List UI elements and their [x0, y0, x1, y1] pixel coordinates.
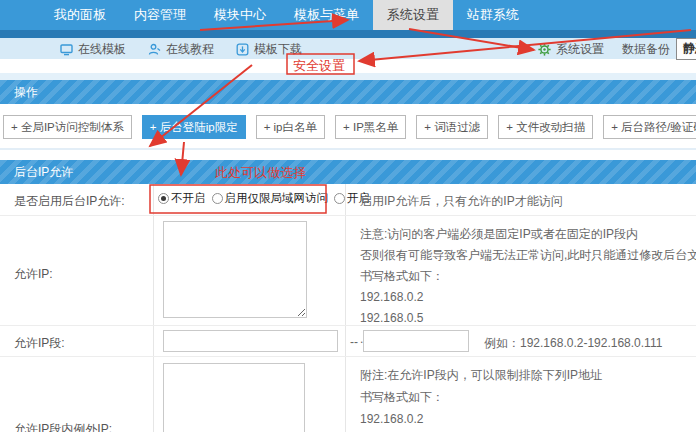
- toolbar-item-data-backup[interactable]: 数据备份: [622, 41, 670, 58]
- btn-ip-whitelist[interactable]: + ip白名单: [256, 115, 325, 139]
- row-exception-ip: 允许IP段内例外IP: 附注:在允许IP段内，可以限制排除下列IP地址 书写格式…: [0, 357, 696, 432]
- ip-range-example: 例如：192.168.0.2-192.168.0.111: [484, 335, 662, 352]
- btn-ip-blacklist[interactable]: + IP黑名单: [335, 115, 406, 139]
- row-enable-ip-allow: 是否启用后台IP允许: 不开启 启用仅限局域网访问 开启 启用IP允许后，只有允…: [0, 184, 696, 216]
- btn-file-change-scan[interactable]: + 文件改动扫描: [498, 115, 593, 139]
- download-icon: [236, 43, 249, 56]
- btn-backend-login-ip-limit[interactable]: + 后台登陆ip限定: [142, 115, 246, 139]
- panel-divider: [0, 148, 696, 150]
- radio-dot-on[interactable]: [334, 193, 345, 204]
- radio-option-lan-only[interactable]: 启用仅限局域网访问: [212, 191, 329, 206]
- toolbar-item-online-template[interactable]: 在线模板: [60, 41, 126, 58]
- tutorial-icon: [148, 43, 161, 56]
- gear-icon: [538, 43, 551, 56]
- row-label: 允许IP段内例外IP:: [14, 421, 112, 432]
- top-nav: 我的面板 内容管理 模块中心 模板与菜单 系统设置 站群系统: [0, 0, 696, 30]
- nav-bottom-strip: [0, 30, 696, 38]
- static-button[interactable]: 静态: [676, 38, 696, 60]
- toolbar-item-system-settings[interactable]: 系统设置: [538, 41, 604, 58]
- action-button-row: + 全局IP访问控制体系 + 后台登陆ip限定 + ip白名单 + IP黑名单 …: [0, 115, 696, 141]
- monitor-icon: [60, 43, 73, 56]
- toolbar-item-template-download[interactable]: 模板下载: [236, 41, 302, 58]
- row-label: 允许IP段:: [14, 335, 65, 352]
- exception-ip-textarea[interactable]: [163, 363, 305, 432]
- admin-page: 我的面板 内容管理 模块中心 模板与菜单 系统设置 站群系统 在线模板 在线教程…: [0, 0, 696, 432]
- nav-item-templates[interactable]: 模板与菜单: [280, 0, 373, 30]
- row-label: 是否启用后台IP允许:: [14, 193, 125, 210]
- range-separator: --: [350, 335, 358, 349]
- ip-section-header: 后台IP允许: [0, 160, 696, 184]
- radio-dot-lan-only[interactable]: [212, 193, 223, 204]
- exception-ip-help: 附注:在允许IP段内，可以限制排除下列IP地址 书写格式如下： 192.168.…: [360, 364, 602, 432]
- radio-option-off[interactable]: 不开启: [158, 191, 206, 206]
- toolbar-left-group: 在线模板 在线教程 模板下载: [60, 41, 302, 58]
- nav-item-content[interactable]: 内容管理: [120, 0, 200, 30]
- btn-word-filter[interactable]: + 词语过滤: [416, 115, 488, 139]
- allow-ip-textarea[interactable]: [163, 221, 307, 318]
- enable-radio-group: 不开启 启用仅限局域网访问 开启: [158, 191, 370, 206]
- ip-range-start-input[interactable]: [163, 330, 338, 352]
- radio-dot-off[interactable]: [158, 193, 169, 204]
- btn-backend-path-captcha[interactable]: + 后台路径/验证码/安全码: [603, 115, 696, 139]
- row-label: 允许IP:: [14, 266, 53, 283]
- row-ip-range: 允许IP段: -- 例如：192.168.0.2-192.168.0.111: [0, 326, 696, 357]
- nav-left-pad: [0, 0, 40, 30]
- nav-item-system-settings[interactable]: 系统设置: [373, 0, 453, 30]
- row-help-text: 启用IP允许后，只有允许的IP才能访问: [360, 193, 563, 210]
- pale-divider-band: [0, 73, 696, 80]
- ops-section-header: 操作: [0, 80, 696, 104]
- nav-item-dashboard[interactable]: 我的面板: [40, 0, 120, 30]
- btn-global-ip-control[interactable]: + 全局IP访问控制体系: [3, 115, 132, 139]
- toolbar-right-group: 系统设置 数据备份: [538, 41, 670, 58]
- row-allow-ip: 允许IP: 注意:访问的客户端必须是固定IP或者在固定的IP段内 否则很有可能导…: [0, 216, 696, 326]
- toolbar-item-online-tutorial[interactable]: 在线教程: [148, 41, 214, 58]
- ip-settings-table: 是否启用后台IP允许: 不开启 启用仅限局域网访问 开启 启用IP允许后，只有允…: [0, 184, 696, 432]
- nav-item-site-group[interactable]: 站群系统: [453, 0, 533, 30]
- ip-range-end-input[interactable]: [363, 330, 469, 352]
- nav-item-modules[interactable]: 模块中心: [200, 0, 280, 30]
